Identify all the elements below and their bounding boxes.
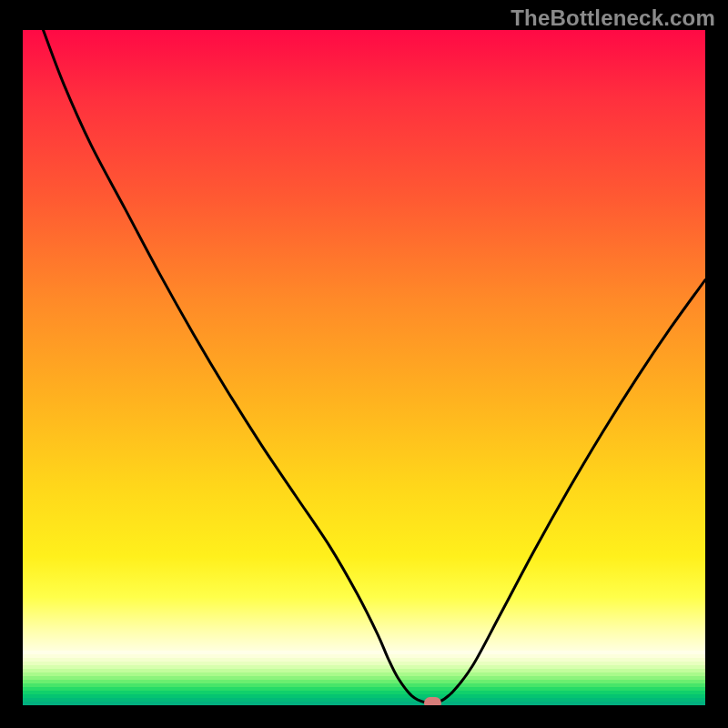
watermark-text: TheBottleneck.com <box>511 5 715 31</box>
minimum-marker <box>424 697 441 705</box>
bottleneck-curve <box>23 30 705 705</box>
chart-frame: TheBottleneck.com <box>0 0 728 728</box>
plot-area <box>23 30 705 705</box>
